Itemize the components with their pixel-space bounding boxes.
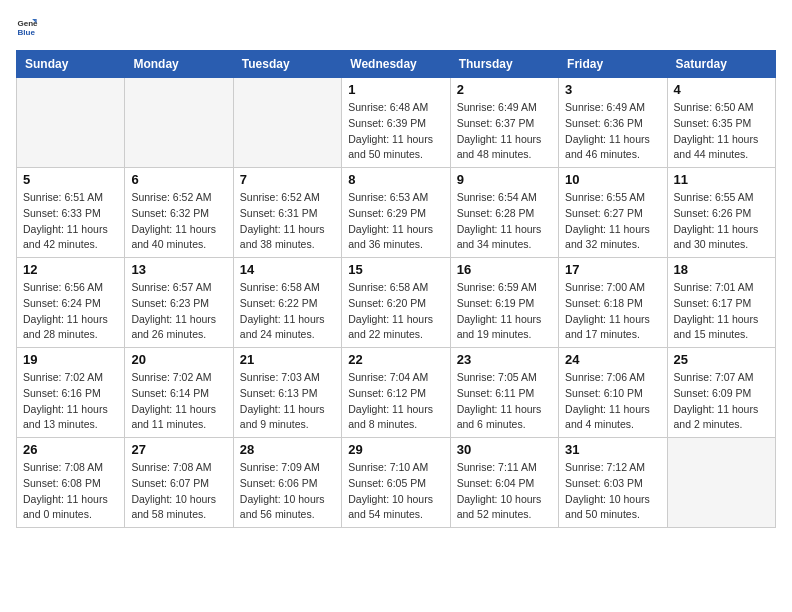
calendar-cell — [17, 78, 125, 168]
calendar-cell: 23Sunrise: 7:05 AM Sunset: 6:11 PM Dayli… — [450, 348, 558, 438]
header-thursday: Thursday — [450, 51, 558, 78]
week-row-1: 5Sunrise: 6:51 AM Sunset: 6:33 PM Daylig… — [17, 168, 776, 258]
day-info: Sunrise: 7:09 AM Sunset: 6:06 PM Dayligh… — [240, 460, 335, 523]
calendar-cell: 11Sunrise: 6:55 AM Sunset: 6:26 PM Dayli… — [667, 168, 775, 258]
day-number: 29 — [348, 442, 443, 457]
day-info: Sunrise: 6:56 AM Sunset: 6:24 PM Dayligh… — [23, 280, 118, 343]
calendar-cell: 8Sunrise: 6:53 AM Sunset: 6:29 PM Daylig… — [342, 168, 450, 258]
calendar-cell: 15Sunrise: 6:58 AM Sunset: 6:20 PM Dayli… — [342, 258, 450, 348]
calendar-cell: 18Sunrise: 7:01 AM Sunset: 6:17 PM Dayli… — [667, 258, 775, 348]
day-number: 16 — [457, 262, 552, 277]
day-info: Sunrise: 7:07 AM Sunset: 6:09 PM Dayligh… — [674, 370, 769, 433]
calendar-cell: 27Sunrise: 7:08 AM Sunset: 6:07 PM Dayli… — [125, 438, 233, 528]
calendar-cell: 29Sunrise: 7:10 AM Sunset: 6:05 PM Dayli… — [342, 438, 450, 528]
svg-text:Blue: Blue — [17, 28, 35, 37]
day-number: 18 — [674, 262, 769, 277]
calendar-cell: 6Sunrise: 6:52 AM Sunset: 6:32 PM Daylig… — [125, 168, 233, 258]
day-info: Sunrise: 7:05 AM Sunset: 6:11 PM Dayligh… — [457, 370, 552, 433]
day-number: 3 — [565, 82, 660, 97]
calendar-cell — [125, 78, 233, 168]
calendar-cell: 28Sunrise: 7:09 AM Sunset: 6:06 PM Dayli… — [233, 438, 341, 528]
day-number: 8 — [348, 172, 443, 187]
calendar-cell — [233, 78, 341, 168]
day-info: Sunrise: 6:52 AM Sunset: 6:32 PM Dayligh… — [131, 190, 226, 253]
day-info: Sunrise: 6:55 AM Sunset: 6:26 PM Dayligh… — [674, 190, 769, 253]
day-info: Sunrise: 7:02 AM Sunset: 6:16 PM Dayligh… — [23, 370, 118, 433]
day-info: Sunrise: 6:51 AM Sunset: 6:33 PM Dayligh… — [23, 190, 118, 253]
calendar-cell: 13Sunrise: 6:57 AM Sunset: 6:23 PM Dayli… — [125, 258, 233, 348]
day-info: Sunrise: 7:02 AM Sunset: 6:14 PM Dayligh… — [131, 370, 226, 433]
day-info: Sunrise: 6:50 AM Sunset: 6:35 PM Dayligh… — [674, 100, 769, 163]
calendar-cell: 25Sunrise: 7:07 AM Sunset: 6:09 PM Dayli… — [667, 348, 775, 438]
header-row: SundayMondayTuesdayWednesdayThursdayFrid… — [17, 51, 776, 78]
day-number: 30 — [457, 442, 552, 457]
day-info: Sunrise: 6:58 AM Sunset: 6:22 PM Dayligh… — [240, 280, 335, 343]
logo: General Blue — [16, 16, 38, 38]
header-saturday: Saturday — [667, 51, 775, 78]
day-info: Sunrise: 7:06 AM Sunset: 6:10 PM Dayligh… — [565, 370, 660, 433]
day-number: 6 — [131, 172, 226, 187]
calendar-cell: 22Sunrise: 7:04 AM Sunset: 6:12 PM Dayli… — [342, 348, 450, 438]
calendar-cell: 2Sunrise: 6:49 AM Sunset: 6:37 PM Daylig… — [450, 78, 558, 168]
calendar-cell: 30Sunrise: 7:11 AM Sunset: 6:04 PM Dayli… — [450, 438, 558, 528]
day-number: 14 — [240, 262, 335, 277]
day-number: 11 — [674, 172, 769, 187]
calendar-cell: 7Sunrise: 6:52 AM Sunset: 6:31 PM Daylig… — [233, 168, 341, 258]
calendar-cell: 1Sunrise: 6:48 AM Sunset: 6:39 PM Daylig… — [342, 78, 450, 168]
calendar-cell: 4Sunrise: 6:50 AM Sunset: 6:35 PM Daylig… — [667, 78, 775, 168]
day-info: Sunrise: 6:59 AM Sunset: 6:19 PM Dayligh… — [457, 280, 552, 343]
day-info: Sunrise: 6:49 AM Sunset: 6:36 PM Dayligh… — [565, 100, 660, 163]
header-wednesday: Wednesday — [342, 51, 450, 78]
calendar-cell: 3Sunrise: 6:49 AM Sunset: 6:36 PM Daylig… — [559, 78, 667, 168]
day-number: 20 — [131, 352, 226, 367]
day-number: 27 — [131, 442, 226, 457]
header-sunday: Sunday — [17, 51, 125, 78]
day-number: 21 — [240, 352, 335, 367]
day-number: 19 — [23, 352, 118, 367]
calendar-cell: 19Sunrise: 7:02 AM Sunset: 6:16 PM Dayli… — [17, 348, 125, 438]
day-info: Sunrise: 7:12 AM Sunset: 6:03 PM Dayligh… — [565, 460, 660, 523]
day-info: Sunrise: 6:54 AM Sunset: 6:28 PM Dayligh… — [457, 190, 552, 253]
page-header: General Blue — [16, 16, 776, 38]
calendar-cell: 17Sunrise: 7:00 AM Sunset: 6:18 PM Dayli… — [559, 258, 667, 348]
day-number: 23 — [457, 352, 552, 367]
day-info: Sunrise: 7:08 AM Sunset: 6:08 PM Dayligh… — [23, 460, 118, 523]
day-number: 26 — [23, 442, 118, 457]
calendar-cell: 10Sunrise: 6:55 AM Sunset: 6:27 PM Dayli… — [559, 168, 667, 258]
week-row-0: 1Sunrise: 6:48 AM Sunset: 6:39 PM Daylig… — [17, 78, 776, 168]
day-number: 10 — [565, 172, 660, 187]
day-info: Sunrise: 7:03 AM Sunset: 6:13 PM Dayligh… — [240, 370, 335, 433]
logo-icon: General Blue — [16, 16, 38, 38]
header-monday: Monday — [125, 51, 233, 78]
day-number: 7 — [240, 172, 335, 187]
day-number: 2 — [457, 82, 552, 97]
day-number: 13 — [131, 262, 226, 277]
calendar-cell: 26Sunrise: 7:08 AM Sunset: 6:08 PM Dayli… — [17, 438, 125, 528]
day-number: 25 — [674, 352, 769, 367]
calendar-cell: 21Sunrise: 7:03 AM Sunset: 6:13 PM Dayli… — [233, 348, 341, 438]
calendar-cell: 14Sunrise: 6:58 AM Sunset: 6:22 PM Dayli… — [233, 258, 341, 348]
day-number: 9 — [457, 172, 552, 187]
calendar-cell: 24Sunrise: 7:06 AM Sunset: 6:10 PM Dayli… — [559, 348, 667, 438]
day-info: Sunrise: 6:52 AM Sunset: 6:31 PM Dayligh… — [240, 190, 335, 253]
day-number: 5 — [23, 172, 118, 187]
day-info: Sunrise: 6:53 AM Sunset: 6:29 PM Dayligh… — [348, 190, 443, 253]
header-tuesday: Tuesday — [233, 51, 341, 78]
day-number: 28 — [240, 442, 335, 457]
day-info: Sunrise: 6:49 AM Sunset: 6:37 PM Dayligh… — [457, 100, 552, 163]
week-row-3: 19Sunrise: 7:02 AM Sunset: 6:16 PM Dayli… — [17, 348, 776, 438]
day-number: 15 — [348, 262, 443, 277]
calendar-cell: 12Sunrise: 6:56 AM Sunset: 6:24 PM Dayli… — [17, 258, 125, 348]
day-info: Sunrise: 7:04 AM Sunset: 6:12 PM Dayligh… — [348, 370, 443, 433]
day-number: 24 — [565, 352, 660, 367]
day-info: Sunrise: 6:48 AM Sunset: 6:39 PM Dayligh… — [348, 100, 443, 163]
header-friday: Friday — [559, 51, 667, 78]
calendar-cell: 20Sunrise: 7:02 AM Sunset: 6:14 PM Dayli… — [125, 348, 233, 438]
calendar-cell: 31Sunrise: 7:12 AM Sunset: 6:03 PM Dayli… — [559, 438, 667, 528]
day-info: Sunrise: 7:08 AM Sunset: 6:07 PM Dayligh… — [131, 460, 226, 523]
day-number: 22 — [348, 352, 443, 367]
day-number: 4 — [674, 82, 769, 97]
week-row-2: 12Sunrise: 6:56 AM Sunset: 6:24 PM Dayli… — [17, 258, 776, 348]
week-row-4: 26Sunrise: 7:08 AM Sunset: 6:08 PM Dayli… — [17, 438, 776, 528]
day-info: Sunrise: 6:57 AM Sunset: 6:23 PM Dayligh… — [131, 280, 226, 343]
